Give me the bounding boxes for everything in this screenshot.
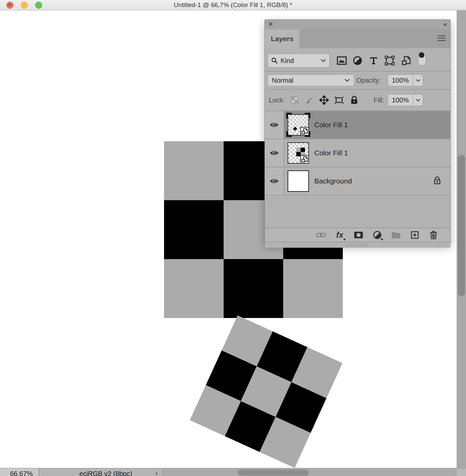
link-icon: [316, 232, 326, 238]
lock-pixels-icon[interactable]: [305, 95, 315, 105]
type-layer-filter-icon[interactable]: [368, 55, 379, 66]
adjustment-icon: [373, 231, 382, 239]
lock-all-icon[interactable]: [349, 95, 359, 105]
visibility-toggle[interactable]: [265, 111, 284, 139]
fx-icon: fx: [336, 231, 343, 239]
layer-thumbnail[interactable]: [288, 170, 309, 192]
collapse-panel-icon[interactable]: «: [443, 20, 446, 28]
blend-mode-value: Normal: [272, 77, 293, 84]
minimize-window-button[interactable]: [21, 2, 28, 9]
shape-layer-filter-icon[interactable]: [384, 55, 395, 66]
layer-thumbnail[interactable]: [288, 114, 309, 136]
new-adjustment-layer-button[interactable]: [372, 230, 383, 240]
link-layers-button[interactable]: [316, 230, 326, 240]
new-layer-icon: [411, 231, 419, 239]
panel-resize-strip: [265, 242, 450, 248]
lock-artboard-icon[interactable]: [334, 95, 344, 105]
color-profile-text: eciRGB v2 (8bpc): [39, 468, 162, 476]
chevron-down-icon: [321, 59, 326, 62]
status-bar: 66.67% eciRGB v2 (8bpc) ›: [0, 468, 466, 476]
checker-cell: [164, 259, 224, 318]
panel-tab-bar: Layers: [265, 29, 450, 48]
fill-control: 100%: [388, 94, 423, 106]
status-chevron-icon[interactable]: ›: [155, 469, 158, 476]
checker-cell: [224, 259, 283, 318]
opacity-dropdown-button[interactable]: [413, 74, 423, 86]
layer-thumbnail[interactable]: [288, 142, 309, 164]
photoshop-window: Untitled-1 @ 66,7% (Color Fill 1, RGB/8)…: [0, 0, 466, 476]
eye-icon: [269, 150, 279, 156]
close-panel-icon[interactable]: ✕: [268, 21, 273, 28]
smart-object-badge-icon: [300, 127, 309, 136]
filter-row: Kind: [265, 48, 450, 72]
lock-label: Lock:: [269, 96, 285, 104]
vertical-scrollbar-thumb[interactable]: [458, 155, 465, 296]
window-title: Untitled-1 @ 66,7% (Color Fill 1, RGB/8)…: [0, 1, 466, 9]
opacity-label: Opacity:: [356, 77, 381, 84]
opacity-value-field[interactable]: 100%: [388, 74, 413, 86]
checker-cell: [283, 259, 343, 318]
layer-name[interactable]: Background: [314, 177, 352, 185]
tab-layers[interactable]: Layers: [265, 29, 299, 48]
layer-mask-icon: [354, 231, 363, 239]
blend-row: Normal Opacity: 100%: [265, 72, 450, 90]
chevron-down-icon: [416, 99, 420, 102]
panel-header: ✕ «: [265, 20, 450, 29]
layer-style-button[interactable]: fx: [334, 230, 345, 240]
layer-lock-icon: [434, 176, 441, 186]
status-info[interactable]: eciRGB v2 (8bpc) ›: [39, 468, 163, 476]
eye-icon: [269, 122, 279, 128]
filter-toggle-switch[interactable]: [418, 52, 426, 66]
adjustment-layer-filter-icon[interactable]: [352, 55, 363, 66]
lock-row: Lock: Fill: 100%: [265, 90, 450, 110]
add-layer-mask-button[interactable]: [353, 230, 364, 240]
new-layer-button[interactable]: [409, 230, 420, 240]
canvas-checkerboard-rotated: [190, 315, 342, 468]
chevron-down-icon: [416, 79, 420, 82]
checker-cell: [164, 200, 224, 259]
filter-kind-label: Kind: [281, 57, 294, 65]
layers-panel-toolbar: fx: [265, 228, 450, 242]
trash-icon: [430, 231, 437, 239]
group-icon: [391, 231, 401, 239]
layers-panel: ✕ « Layers Kind: [264, 19, 451, 244]
fill-dropdown-button[interactable]: [413, 94, 423, 106]
visibility-toggle[interactable]: [265, 139, 284, 167]
blend-mode-dropdown[interactable]: Normal: [267, 74, 354, 86]
visibility-toggle[interactable]: [265, 167, 284, 195]
layer-row-background[interactable]: Background: [265, 167, 450, 195]
pixel-layer-filter-icon[interactable]: [336, 55, 347, 66]
fill-label: Fill:: [374, 96, 384, 104]
layer-name[interactable]: Color Fill 1: [314, 121, 348, 129]
checker-cell: [164, 141, 224, 200]
layer-row-color-fill-1-bottom[interactable]: Color Fill 1: [265, 139, 450, 167]
close-window-button[interactable]: [6, 2, 13, 9]
panel-menu-icon[interactable]: [438, 35, 446, 42]
scrollbar-corner: [457, 468, 466, 476]
vertical-scrollbar[interactable]: [457, 10, 466, 468]
lock-position-icon[interactable]: [319, 95, 329, 105]
horizontal-scrollbar-thumb[interactable]: [238, 470, 309, 476]
chevron-down-icon: [344, 79, 350, 82]
mask-mark: [293, 127, 297, 131]
search-icon: [271, 57, 278, 64]
lock-transparency-icon[interactable]: [290, 95, 300, 105]
zoom-window-button[interactable]: [35, 2, 42, 9]
fill-value-field[interactable]: 100%: [388, 94, 413, 106]
smart-object-badge-icon: [300, 155, 309, 164]
opacity-control: 100%: [388, 74, 423, 86]
zoom-level-field[interactable]: 66.67%: [0, 468, 39, 476]
filter-kind-dropdown[interactable]: Kind: [267, 54, 330, 68]
layer-list: Color Fill 1: [265, 110, 450, 195]
panel-resize-grip[interactable]: [346, 244, 369, 247]
layer-row-color-fill-1-top[interactable]: Color Fill 1: [265, 111, 450, 139]
delete-layer-button[interactable]: [428, 230, 439, 240]
smart-object-filter-icon[interactable]: [400, 55, 412, 66]
window-titlebar: Untitled-1 @ 66,7% (Color Fill 1, RGB/8)…: [0, 0, 466, 10]
layer-name[interactable]: Color Fill 1: [314, 149, 348, 157]
new-group-button[interactable]: [391, 230, 401, 240]
eye-icon: [269, 178, 279, 184]
layer-list-empty-area: [265, 195, 450, 228]
